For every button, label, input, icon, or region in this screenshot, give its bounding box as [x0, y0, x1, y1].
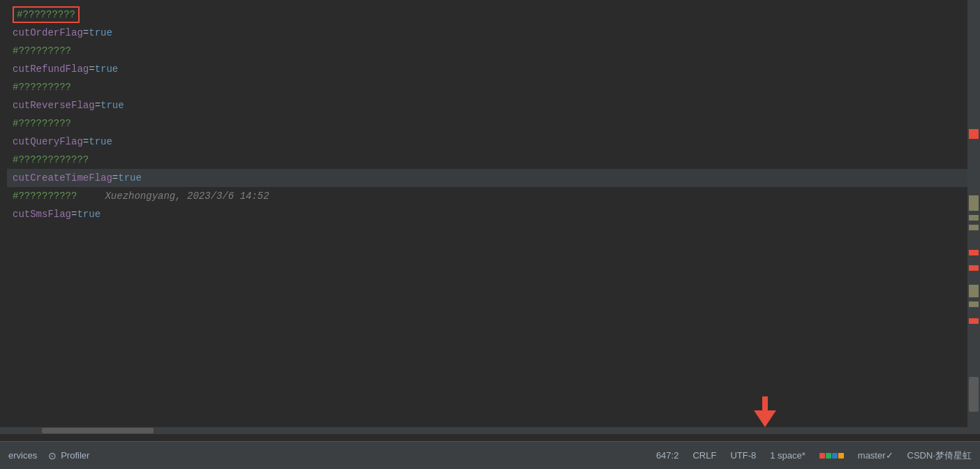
line-equals: = [71, 205, 77, 223]
arrow-down [754, 410, 776, 427]
minimap-indicator [969, 225, 979, 230]
code-line: #????????? [7, 6, 967, 24]
profiler-label: Profiler [61, 450, 89, 461]
line-key: cutSmsFlag [13, 205, 71, 223]
services-label: ervices [8, 450, 37, 461]
vcs-colors [819, 453, 844, 459]
scrollbar-minimap[interactable] [967, 0, 980, 434]
status-left: ervices ⊙ Profiler [0, 450, 89, 461]
vcs-dot-blue [832, 453, 838, 459]
minimap-indicator [969, 250, 979, 255]
code-line-highlighted: cutCreateTimeFlag=true [7, 169, 967, 187]
vcs-dot-green [826, 453, 831, 459]
vcs-dot-orange [838, 453, 844, 459]
code-line: cutOrderFlag=true [7, 24, 967, 42]
vcs-branch[interactable]: master✓ [858, 450, 893, 461]
line-equals: = [83, 24, 89, 42]
line-key: cutQueryFlag [13, 133, 83, 151]
editor-area: #????????? cutOrderFlag=true #????????? … [0, 0, 967, 434]
selected-comment-box: #????????? [13, 6, 80, 23]
code-line: #????????? [7, 42, 967, 60]
line-key: cutOrderFlag [13, 24, 83, 42]
line-key: cutReverseFlag [13, 96, 95, 114]
line-value: true [77, 205, 101, 223]
code-line: #???????????? [7, 151, 967, 169]
line-equals: = [83, 133, 89, 151]
line-value: true [95, 60, 119, 78]
vcs-dot-red [819, 453, 825, 459]
line-value: true [89, 24, 112, 42]
code-line: #????????? [7, 114, 967, 133]
line-comment: #????????? [13, 114, 71, 133]
indent[interactable]: 1 space* [770, 450, 805, 461]
line-key: cutRefundFlag [13, 60, 89, 78]
line-value: true [101, 96, 124, 114]
arrow-shaft [762, 396, 768, 410]
line-equals: = [112, 169, 118, 187]
line-comment: #?????????? [13, 187, 77, 205]
minimap-indicator [969, 129, 979, 139]
line-value: true [89, 133, 112, 151]
line-comment: #???????????? [13, 151, 89, 169]
profiler-icon: ⊙ [48, 450, 57, 461]
status-right: 647:2 CRLF UTF-8 1 space* master✓ CSDN·梦… [656, 449, 980, 462]
minimap-indicator [969, 302, 979, 307]
arrow-indicator [754, 399, 776, 427]
line-ending[interactable]: CRLF [692, 450, 716, 461]
code-line: #????????? [7, 78, 967, 96]
minimap-indicator [969, 195, 979, 211]
minimap-indicator [969, 285, 979, 297]
line-comment: #????????? [13, 78, 71, 96]
minimap-indicator [969, 265, 979, 271]
line-key: cutCreateTimeFlag [13, 169, 112, 187]
code-line: #?????????? Xuezhongyang, 2023/3/6 14:52 [7, 187, 967, 205]
watermark: CSDN·梦倚星虹 [907, 449, 972, 462]
line-comment: #????????? [13, 42, 71, 60]
code-lines: #????????? cutOrderFlag=true #????????? … [0, 0, 967, 229]
status-bar: ervices ⊙ Profiler 647:2 CRLF UTF-8 1 sp… [0, 441, 980, 469]
scrollbar-thumb[interactable] [969, 377, 979, 412]
line-equals: = [89, 60, 94, 78]
line-value: true [118, 169, 142, 187]
code-line: cutSmsFlag=true [7, 205, 967, 223]
cursor-position[interactable]: 647:2 [656, 450, 679, 461]
minimap-indicator [969, 215, 979, 221]
profiler-item[interactable]: ⊙ Profiler [48, 450, 89, 461]
code-line: cutRefundFlag=true [7, 60, 967, 78]
line-equals: = [95, 96, 101, 114]
horizontal-scrollbar[interactable] [0, 427, 967, 434]
hscrollbar-thumb[interactable] [42, 428, 154, 433]
minimap-indicator [969, 318, 979, 324]
code-line: cutReverseFlag=true [7, 96, 967, 114]
encoding[interactable]: UTF-8 [730, 450, 756, 461]
code-line: cutQueryFlag=true [7, 133, 967, 151]
line-annotation: Xuezhongyang, 2023/3/6 14:52 [105, 187, 269, 205]
services-item[interactable]: ervices [8, 450, 37, 461]
